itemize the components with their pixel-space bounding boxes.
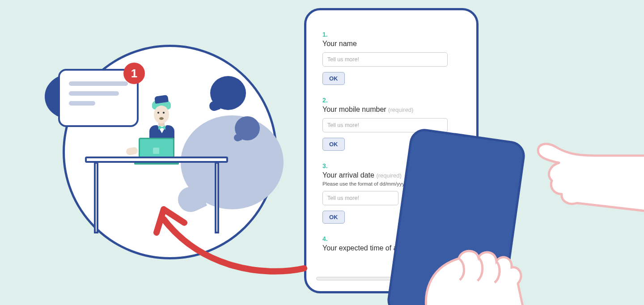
ok-button-3[interactable]: OK <box>322 211 345 224</box>
name-input[interactable] <box>322 52 448 67</box>
speech-bubble-small <box>235 116 260 140</box>
speech-bubble-right <box>210 76 246 110</box>
question-number: 2. <box>322 97 460 104</box>
question-number: 1. <box>322 31 460 38</box>
arrival-date-input[interactable] <box>322 191 398 205</box>
notification-badge: 1 <box>123 63 145 84</box>
holding-hand-illustration <box>416 236 532 305</box>
chat-message-card: 1 <box>58 69 139 127</box>
ok-button-2[interactable]: OK <box>322 138 345 151</box>
ok-button-1[interactable]: OK <box>322 72 345 85</box>
question-label: Your name <box>322 40 460 48</box>
pointing-hand-illustration <box>528 138 644 227</box>
concierge-illustration: 1 <box>63 45 277 259</box>
question-label: Your mobile number (required) <box>322 106 460 114</box>
reception-desk <box>89 157 224 233</box>
question-1: 1. Your name OK <box>322 31 460 94</box>
